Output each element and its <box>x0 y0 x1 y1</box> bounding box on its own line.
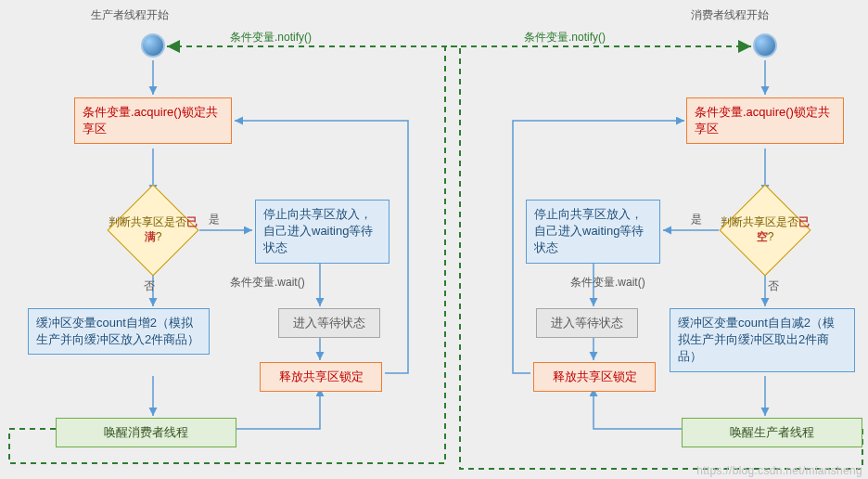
producer-count: 缓冲区变量count自增2（模拟生产并向缓冲区放入2件商品） <box>28 308 210 355</box>
producer-wake: 唤醒消费者线程 <box>56 418 236 447</box>
notify-label-left: 条件变量.notify() <box>230 30 312 45</box>
producer-wait-call: 条件变量.wait() <box>230 275 305 291</box>
consumer-decision-post: ? <box>768 230 774 243</box>
producer-stop-wait: 停止向共享区放入，自己进入waiting等待状态 <box>255 200 389 264</box>
producer-decision: 判断共享区是否已满? <box>107 193 199 267</box>
producer-no-label: 否 <box>144 278 155 294</box>
consumer-start-node <box>753 33 777 58</box>
consumer-yes-label: 是 <box>691 212 702 227</box>
producer-decision-pre: 判断共享区是否 <box>108 215 186 228</box>
consumer-wait-call: 条件变量.wait() <box>570 275 645 291</box>
consumer-no-label: 否 <box>768 278 779 294</box>
watermark: https://blog.csdn.net/miansheng <box>696 464 862 477</box>
producer-enter-wait: 进入等待状态 <box>278 308 380 338</box>
consumer-wake: 唤醒生产者线程 <box>682 418 862 447</box>
consumer-release: 释放共享区锁定 <box>533 362 656 392</box>
producer-release: 释放共享区锁定 <box>260 362 382 392</box>
producer-acquire: 条件变量.acquire()锁定共享区 <box>74 97 232 144</box>
producer-yes-label: 是 <box>209 212 220 227</box>
consumer-start-label: 消费者线程开始 <box>691 7 769 23</box>
producer-decision-post: ? <box>156 230 162 243</box>
consumer-decision: 判断共享区是否已空? <box>719 193 811 267</box>
producer-start-label: 生产者线程开始 <box>91 7 169 23</box>
consumer-decision-pre: 判断共享区是否 <box>721 215 798 228</box>
notify-label-right: 条件变量.notify() <box>524 30 606 45</box>
consumer-count: 缓冲区变量count自自减2（模拟生产并向缓冲区取出2件商品） <box>670 308 855 372</box>
consumer-acquire: 条件变量.acquire()锁定共享区 <box>686 97 844 144</box>
consumer-enter-wait: 进入等待状态 <box>536 308 638 338</box>
consumer-stop-wait: 停止向共享区放入，自己进入waiting等待状态 <box>526 200 660 264</box>
producer-start-node <box>141 33 165 58</box>
